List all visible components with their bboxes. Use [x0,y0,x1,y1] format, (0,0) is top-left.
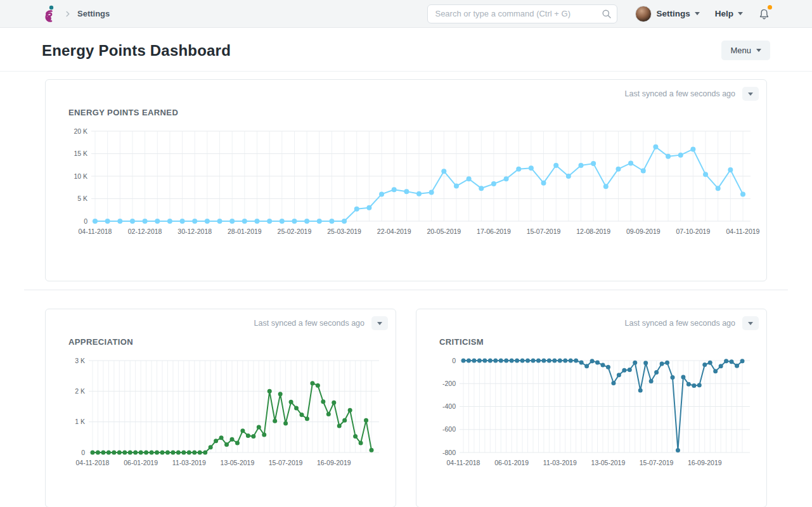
app-logo-icon [42,5,57,23]
page-header: Energy Points Dashboard Menu [0,28,812,72]
svg-text:04-11-2018: 04-11-2018 [79,228,112,235]
svg-text:12-08-2019: 12-08-2019 [576,228,610,235]
svg-text:10 K: 10 K [74,172,87,180]
sync-status-row: Last synced a few seconds ago [254,316,388,330]
svg-text:-200: -200 [442,380,456,387]
navbar-help-label: Help [715,9,733,18]
svg-text:16-09-2019: 16-09-2019 [688,459,722,466]
chevron-down-icon [695,12,700,15]
chart-options-dropdown-button[interactable] [371,316,388,330]
svg-text:09-09-2019: 09-09-2019 [626,228,661,235]
sync-status-row: Last synced a few seconds ago [625,87,759,101]
chart-title: APPRECIATION [68,337,396,347]
sync-status-text: Last synced a few seconds ago [625,89,735,98]
svg-text:25-03-2019: 25-03-2019 [327,228,361,235]
appreciation-chart[interactable]: 01 K2 K3 K04-11-201806-01-201911-03-2019… [67,354,375,470]
svg-text:15-07-2019: 15-07-2019 [269,459,303,466]
chevron-down-icon [738,12,743,15]
svg-text:3 K: 3 K [75,357,85,364]
svg-text:1 K: 1 K [75,418,85,425]
notification-indicator [768,5,772,10]
svg-text:2 K: 2 K [75,387,85,395]
svg-text:22-04-2019: 22-04-2019 [377,228,411,235]
chevron-down-icon [748,322,753,325]
navbar-settings-dropdown[interactable]: Settings [635,6,699,22]
svg-text:20-05-2019: 20-05-2019 [427,228,461,235]
sync-status-text: Last synced a few seconds ago [254,319,364,328]
svg-text:17-06-2019: 17-06-2019 [477,228,511,235]
navbar-settings-label: Settings [656,9,690,18]
user-avatar [635,6,652,22]
svg-text:06-01-2019: 06-01-2019 [494,459,529,466]
dashboard: Last synced a few seconds ago ENERGY POI… [0,79,812,507]
svg-text:04-11-2018: 04-11-2018 [447,459,480,466]
breadcrumb-item-settings[interactable]: Settings [77,9,110,18]
svg-text:-400: -400 [442,402,456,410]
svg-text:04-11-2019: 04-11-2019 [726,228,760,235]
bell-icon [758,8,770,21]
svg-text:06-01-2019: 06-01-2019 [124,459,158,466]
navbar: Settings Settings Help [0,0,812,28]
chevron-down-icon [377,322,382,325]
global-search-input[interactable] [427,4,617,23]
svg-text:20 K: 20 K [74,127,87,135]
svg-text:15 K: 15 K [74,150,87,157]
svg-text:11-03-2019: 11-03-2019 [172,459,206,466]
menu-button-label: Menu [730,46,751,55]
appreciation-card: Last synced a few seconds ago APPRECIATI… [45,309,396,507]
svg-text:-800: -800 [442,449,456,456]
svg-text:13-05-2019: 13-05-2019 [591,459,626,466]
svg-text:28-01-2019: 28-01-2019 [228,228,262,235]
page-title: Energy Points Dashboard [42,42,231,60]
svg-text:5 K: 5 K [77,195,87,202]
global-search [427,4,617,23]
chevron-down-icon [748,93,753,96]
chart-title: ENERGY POINTS EARNED [68,108,766,117]
search-icon [602,9,612,22]
notifications-bell-button[interactable] [758,8,770,21]
svg-text:25-02-2019: 25-02-2019 [278,228,312,235]
sync-status-row: Last synced a few seconds ago [625,316,759,330]
app-logo[interactable] [42,5,57,23]
svg-text:30-12-2018: 30-12-2018 [177,228,212,235]
svg-text:13-05-2019: 13-05-2019 [221,459,255,466]
svg-text:02-12-2018: 02-12-2018 [128,228,162,235]
section-divider [24,290,788,290]
svg-text:04-11-2018: 04-11-2018 [76,459,110,466]
svg-text:16-09-2019: 16-09-2019 [317,459,351,466]
chart-title: CRITICISM [439,337,766,347]
svg-text:0: 0 [84,217,87,225]
energy-points-earned-card: Last synced a few seconds ago ENERGY POI… [45,79,767,281]
navbar-right-group: Settings Help [635,6,770,22]
svg-text:15-07-2019: 15-07-2019 [527,228,561,235]
criticism-chart[interactable]: 0-200-400-600-80004-11-201806-01-201911-… [438,354,746,470]
energy-points-earned-chart[interactable]: 05 K10 K15 K20 K04-11-201802-12-201830-1… [67,125,746,238]
svg-text:0: 0 [452,357,456,364]
breadcrumb-chevron-icon [63,10,72,18]
svg-text:07-10-2019: 07-10-2019 [676,228,711,235]
menu-button[interactable]: Menu [721,41,770,60]
sync-status-text: Last synced a few seconds ago [625,319,735,328]
chevron-down-icon [756,49,761,52]
criticism-card: Last synced a few seconds ago CRITICISM … [416,309,767,507]
svg-text:11-03-2019: 11-03-2019 [543,459,577,466]
svg-text:-600: -600 [442,425,456,433]
svg-text:15-07-2019: 15-07-2019 [640,459,674,466]
chart-options-dropdown-button[interactable] [742,316,759,330]
chart-options-dropdown-button[interactable] [742,87,759,101]
svg-text:0: 0 [81,449,85,456]
navbar-help-dropdown[interactable]: Help [715,9,743,18]
